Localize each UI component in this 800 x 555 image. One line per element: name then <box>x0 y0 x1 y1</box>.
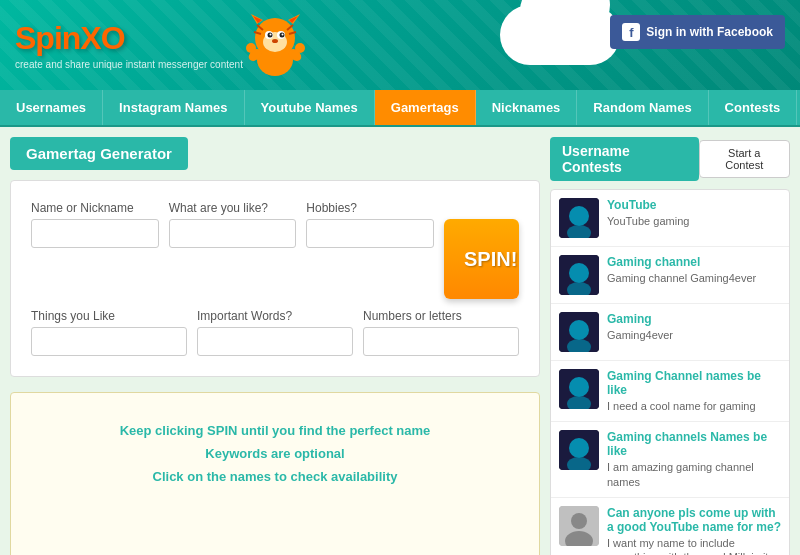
numbers-field-group: Numbers or letters <box>363 309 519 356</box>
contest-item: Can anyone pls come up with a good YouTu… <box>551 498 789 555</box>
fb-signin-label: Sign in with Facebook <box>646 25 773 39</box>
svg-point-11 <box>269 34 271 36</box>
contest-name[interactable]: Gaming channels Names be like <box>607 430 781 458</box>
name-label: Name or Nickname <box>31 201 159 215</box>
nav-random[interactable]: Random Names <box>577 90 708 125</box>
svg-point-26 <box>569 263 589 283</box>
hint-2: Keywords are optional <box>31 446 519 461</box>
contest-info: YouTube YouTube gaming <box>607 198 781 228</box>
logo: SpinXO create and share unique instant m… <box>15 20 243 70</box>
logo-text: SpinXO <box>15 20 243 57</box>
svg-point-35 <box>569 438 589 458</box>
things-input[interactable] <box>31 327 187 356</box>
words-field-group: Important Words? <box>197 309 353 356</box>
nav-youtube[interactable]: Youtube Names <box>245 90 375 125</box>
contest-name[interactable]: Gaming Channel names be like <box>607 369 781 397</box>
contest-item: Gaming channel Gaming channel Gaming4eve… <box>551 247 789 304</box>
hint-1: Keep clicking SPIN until you find the pe… <box>31 423 519 438</box>
svg-point-23 <box>569 206 589 226</box>
svg-point-32 <box>569 377 589 397</box>
svg-point-38 <box>571 513 587 529</box>
contest-info: Gaming Channel names be like I need a co… <box>607 369 781 413</box>
nav-usernames[interactable]: Usernames <box>0 90 103 125</box>
like-field-group: What are you like? <box>169 201 297 248</box>
contest-name[interactable]: Gaming <box>607 312 781 326</box>
contest-item: Gaming channels Names be like I am amazi… <box>551 422 789 498</box>
contest-desc: YouTube gaming <box>607 214 781 228</box>
name-field-group: Name or Nickname <box>31 201 159 248</box>
contest-info: Can anyone pls come up with a good YouTu… <box>607 506 781 555</box>
nav-instagram[interactable]: Instagram Names <box>103 90 244 125</box>
name-input[interactable] <box>31 219 159 248</box>
header: SpinXO create and share unique instant m… <box>0 0 800 90</box>
avatar-icon <box>559 430 599 470</box>
like-label: What are you like? <box>169 201 297 215</box>
avatar-icon <box>559 255 599 295</box>
contest-info: Gaming Gaming4ever <box>607 312 781 342</box>
contest-info: Gaming channels Names be like I am amazi… <box>607 430 781 489</box>
things-field-group: Things you Like <box>31 309 187 356</box>
avatar-person-icon <box>559 506 599 546</box>
contest-avatar <box>559 198 599 238</box>
things-label: Things you Like <box>31 309 187 323</box>
start-contest-button[interactable]: Start a Contest <box>699 140 790 178</box>
cloud-decoration <box>500 5 620 65</box>
generator-title: Gamertag Generator <box>10 137 188 170</box>
words-input[interactable] <box>197 327 353 356</box>
svg-point-29 <box>569 320 589 340</box>
nav-gamertags[interactable]: Gamertags <box>375 90 476 125</box>
numbers-input[interactable] <box>363 327 519 356</box>
contest-avatar <box>559 430 599 470</box>
right-panel: Username Contests Start a Contest YouTub… <box>550 137 790 555</box>
contest-desc: Gaming channel Gaming4ever <box>607 271 781 285</box>
generator-box: Name or Nickname What are you like? Hobb… <box>10 180 540 377</box>
contest-info: Gaming channel Gaming channel Gaming4eve… <box>607 255 781 285</box>
contest-avatar <box>559 255 599 295</box>
left-panel: Gamertag Generator Name or Nickname What… <box>10 137 540 555</box>
hobbies-input[interactable] <box>306 219 434 248</box>
contest-name[interactable]: Can anyone pls come up with a good YouTu… <box>607 506 781 534</box>
contest-name[interactable]: Gaming channel <box>607 255 781 269</box>
numbers-label: Numbers or letters <box>363 309 519 323</box>
contest-avatar <box>559 312 599 352</box>
tiger-mascot <box>243 10 308 80</box>
hint-3: Click on the names to check availability <box>31 469 519 484</box>
svg-point-20 <box>246 43 256 53</box>
words-label: Important Words? <box>197 309 353 323</box>
avatar-icon <box>559 369 599 409</box>
main-nav: Usernames Instagram Names Youtube Names … <box>0 90 800 127</box>
contest-item: Gaming Gaming4ever <box>551 304 789 361</box>
nav-nicknames[interactable]: Nicknames <box>476 90 578 125</box>
contests-title: Username Contests <box>550 137 699 181</box>
avatar-icon <box>559 198 599 238</box>
hobbies-field-group: Hobbies? <box>306 201 434 248</box>
contests-header: Username Contests Start a Contest <box>550 137 790 181</box>
logo-tagline: create and share unique instant messenge… <box>15 59 243 70</box>
facebook-signin-button[interactable]: f Sign in with Facebook <box>610 15 785 49</box>
hobbies-label: Hobbies? <box>306 201 434 215</box>
main-content: Gamertag Generator Name or Nickname What… <box>0 127 800 555</box>
contest-avatar <box>559 506 599 546</box>
like-input[interactable] <box>169 219 297 248</box>
contest-desc: Gaming4ever <box>607 328 781 342</box>
facebook-icon: f <box>622 23 640 41</box>
logo-area: SpinXO create and share unique instant m… <box>15 10 308 80</box>
contest-item: YouTube YouTube gaming <box>551 190 789 247</box>
contest-desc: I need a cool name for gaming <box>607 399 781 413</box>
logo-spin: Spin <box>15 20 80 56</box>
contest-desc: I am amazing gaming channel names <box>607 460 781 489</box>
contest-list: YouTube YouTube gaming Gaming channel Ga… <box>550 189 790 555</box>
svg-point-13 <box>272 39 278 43</box>
svg-point-12 <box>281 34 283 36</box>
svg-point-21 <box>295 43 305 53</box>
contest-name[interactable]: YouTube <box>607 198 781 212</box>
avatar-icon <box>559 312 599 352</box>
spin-button[interactable]: SPIN! <box>444 219 519 299</box>
logo-xo: XO <box>80 20 124 56</box>
nav-contests[interactable]: Contests <box>709 90 798 125</box>
contest-item: Gaming Channel names be like I need a co… <box>551 361 789 422</box>
results-area: Keep clicking SPIN until you find the pe… <box>10 392 540 555</box>
contest-desc: I want my name to include something with… <box>607 536 781 555</box>
contest-avatar <box>559 369 599 409</box>
